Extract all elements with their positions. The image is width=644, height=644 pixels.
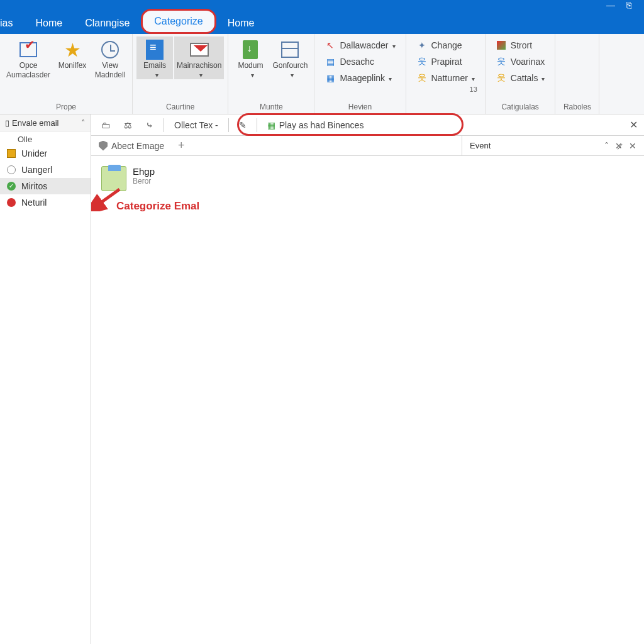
pin-icon[interactable]: ✕̷ [615, 141, 623, 151]
doc-tab-abect[interactable]: Abect Emage [91, 141, 172, 151]
tool-arrow-icon[interactable]: ⤷ [142, 118, 157, 132]
ribbon-group-hevien: ↖Dallawacder ▤Desachc ▦Maageplink Hevien [314, 34, 406, 114]
green-doc-icon [240, 39, 261, 60]
content-area: Ehgp Beror Categorize Emal [91, 156, 644, 644]
voarinax-button[interactable]: 웃Voarinax [492, 54, 549, 69]
secondary-toolbar: 🗀 ⚖ ⤷ Ollect Tex - ✎ ▦ Play as had Binen… [91, 114, 644, 136]
panel-icon [279, 39, 301, 60]
sidebar-item-uangerl[interactable]: Uangerl [0, 162, 91, 178]
tab-categorize[interactable]: Categorize [141, 9, 216, 34]
right-tab-label: Event [470, 141, 491, 150]
sidebar-item-label: Neturil [21, 197, 47, 208]
sidebar-doc-icon: ▯ [5, 118, 9, 128]
sidebar-item-label: Unider [21, 148, 47, 158]
group-label-muntte: Muntte [232, 103, 310, 113]
annotation-text: Categorize Emal [116, 200, 199, 213]
tab-ias[interactable]: ias [0, 13, 24, 34]
monilfex-button[interactable]: ★ Monilfex [54, 36, 91, 79]
right-pane-tab: Event ˄ ✕̷ ✕ [462, 136, 644, 155]
emails-button[interactable]: Emails [136, 36, 173, 79]
tool-scale-icon[interactable]: ⚖ [120, 118, 136, 132]
ribbon: Opce Aumaclasder ★ Monilfex View Madndel… [0, 34, 644, 114]
ollect-tex-button[interactable]: Ollect Tex - [170, 118, 222, 132]
strort-button[interactable]: Strort [492, 38, 549, 53]
tab-home-2[interactable]: Home [216, 13, 266, 34]
orange-square-icon [6, 148, 16, 158]
opce-button[interactable]: Opce Aumaclasder [4, 36, 53, 79]
sidebar-item-label: Miritos [21, 181, 47, 191]
mail-title: Ehgp [133, 166, 155, 177]
check-envelope-icon [18, 39, 39, 60]
modum-button[interactable]: Modum [232, 36, 269, 79]
ribbon-group-catigulalas: Strort 웃Voarinax 웃Cattals Catigulalas [486, 34, 556, 114]
ribbon-group-caurtine: Emails Mainrachison Caurtine [133, 34, 228, 114]
mail-item[interactable]: Ehgp Beror [101, 162, 634, 195]
sidebar-item-label: Uangerl [21, 165, 52, 175]
group-label-prope: Prope [4, 103, 128, 113]
collapse-up-icon[interactable]: ˄ [604, 141, 609, 151]
sidebar-item-neturil[interactable]: Neturil [0, 194, 91, 211]
natturner-button[interactable]: 웃Natturner [413, 70, 479, 86]
change-button[interactable]: ✦Change [413, 38, 479, 53]
desachc-button[interactable]: ▤Desachc [321, 54, 399, 69]
green-play-icon: ▦ [267, 120, 275, 130]
ribbon-group-prope: Opce Aumaclasder ★ Monilfex View Madndel… [0, 34, 133, 114]
group-label-caurtine: Caurtine [136, 103, 224, 113]
tab-home[interactable]: Home [24, 13, 74, 34]
red-circle-icon [6, 197, 16, 208]
close-pane-icon[interactable]: ✕ [629, 141, 636, 151]
group-label-raboles: Raboles [559, 103, 595, 113]
person-icon: 웃 [416, 72, 428, 84]
list-icon: ▦ [325, 72, 336, 84]
tool-archive-icon[interactable]: 🗀 [97, 118, 114, 132]
person-orange-icon: 웃 [496, 72, 507, 84]
sidebar-sub: Olle [0, 132, 91, 145]
gray-circle-icon [6, 165, 16, 175]
cattals-button[interactable]: 웃Cattals [492, 70, 549, 86]
sidebar-header[interactable]: ▯ Envale email ˄ [0, 114, 91, 132]
document-tabs: Abect Emage + Event ˄ ✕̷ ✕ [91, 136, 644, 156]
prapirat-button[interactable]: 웃Prapirat [413, 54, 479, 69]
people-icon: 웃 [416, 56, 428, 67]
gonfourch-button[interactable]: Gonfourch [270, 36, 310, 79]
add-tab-button[interactable]: + [172, 139, 191, 152]
minimize-button[interactable]: — [606, 0, 615, 10]
sidebar-item-unider[interactable]: Unider [0, 145, 91, 162]
green-check-icon: ✓ [6, 181, 16, 191]
ribbon-tabs: ias Home Clanngise Categorize Home [0, 10, 644, 34]
app-corner-icon[interactable]: ⎘ [626, 0, 631, 10]
arrow-star-icon: ✦ [416, 40, 428, 51]
mail-subtitle: Beror [133, 177, 155, 186]
view-button[interactable]: View Madndell [92, 36, 128, 79]
group-label-hevien: Hevien [318, 103, 401, 113]
maageplink-button[interactable]: ▦Maageplink [321, 70, 399, 86]
ribbon-group-raboles: Raboles [555, 34, 599, 114]
toolbar-close-button[interactable]: ✕ [630, 119, 638, 131]
edit-icon[interactable]: ✎ [235, 118, 250, 132]
play-binences-button[interactable]: ▦ Play as had Binences [264, 118, 368, 132]
ribbon-group-5: ✦Change 웃Prapirat 웃Natturner 13 [406, 34, 486, 114]
mainrachison-button[interactable]: Mainrachison [174, 36, 224, 79]
cursor-icon: ↖ [325, 40, 336, 51]
doc-small-icon: ▤ [325, 56, 336, 67]
color-square-icon [496, 40, 507, 51]
clock-icon [99, 39, 121, 60]
sidebar-item-miritos[interactable]: ✓ Miritos [0, 178, 91, 194]
sidebar-collapse-icon[interactable]: ˄ [81, 118, 86, 128]
sidebar-header-label: Envale email [12, 118, 58, 128]
doc-blue-icon [144, 39, 165, 60]
star-icon: ★ [62, 39, 83, 60]
tab-clanngise[interactable]: Clanngise [74, 13, 141, 34]
group-label-catigulalas: Catigulalas [489, 103, 552, 113]
title-bar: — ⎘ [0, 0, 644, 10]
ribbon-group-muntte: Modum Gonfourch Muntte [228, 34, 314, 114]
group-label-13: 13 [410, 86, 481, 93]
person-green-icon: 웃 [496, 56, 507, 67]
shield-icon [99, 141, 108, 151]
mail-envelope-icon [189, 39, 210, 60]
dallawacder-button[interactable]: ↖Dallawacder [321, 38, 399, 53]
sidebar: ▯ Envale email ˄ Olle Unider Uangerl ✓ M… [0, 114, 91, 644]
